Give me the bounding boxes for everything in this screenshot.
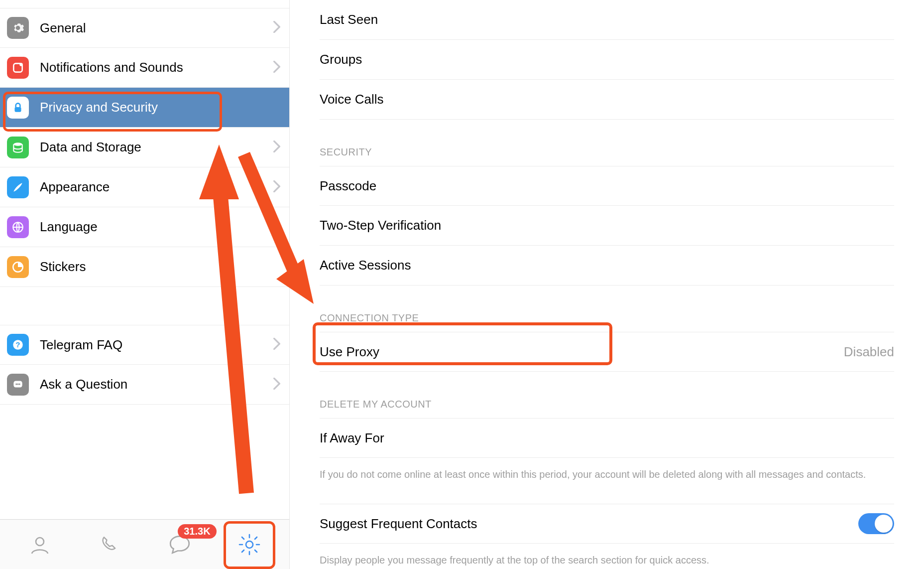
- unread-badge: 31.3K: [178, 524, 216, 539]
- sidebar-label: Language: [40, 219, 280, 235]
- svg-rect-2: [15, 107, 21, 112]
- sidebar-item-privacy-security[interactable]: Privacy and Security: [0, 88, 289, 128]
- content-panel: Last Seen Groups Voice Calls SECURITY Pa…: [290, 0, 924, 569]
- sidebar-item-notifications[interactable]: Notifications and Sounds: [0, 48, 289, 88]
- globe-icon: [7, 216, 29, 238]
- sidebar-item-ask-question[interactable]: Ask a Question: [0, 365, 289, 405]
- delete-description: If you do not come online at least once …: [320, 467, 892, 482]
- gear-icon: [7, 17, 29, 39]
- row-last-seen[interactable]: Last Seen: [320, 0, 894, 40]
- tab-chats[interactable]: 31.3K: [160, 527, 200, 562]
- chevron-right-icon: [273, 61, 280, 75]
- section-header-connection: CONNECTION TYPE: [320, 312, 894, 324]
- app-root: General Notifications and Sounds Privacy…: [0, 0, 924, 569]
- sidebar-list: General Notifications and Sounds Privacy…: [0, 0, 289, 519]
- chevron-right-icon: [273, 21, 280, 35]
- sidebar-label: Notifications and Sounds: [40, 60, 273, 75]
- row-label: Suggest Frequent Contacts: [320, 516, 858, 532]
- row-label: Voice Calls: [320, 92, 894, 107]
- sticker-icon: [7, 256, 29, 278]
- tab-calls[interactable]: [90, 527, 129, 562]
- sidebar-item-language[interactable]: Language: [0, 207, 289, 247]
- row-two-step-verification[interactable]: Two-Step Verification: [320, 206, 894, 246]
- chevron-right-icon: [273, 141, 280, 154]
- row-value: Disabled: [844, 344, 894, 360]
- row-use-proxy[interactable]: Use Proxy Disabled: [320, 332, 894, 372]
- row-label: Two-Step Verification: [320, 218, 894, 233]
- sidebar-item-stickers[interactable]: Stickers: [0, 247, 289, 287]
- svg-point-1: [19, 63, 23, 66]
- sidebar-label: General: [40, 20, 273, 36]
- bottom-tabbar: 31.3K: [0, 519, 289, 569]
- tab-contacts[interactable]: [20, 527, 60, 562]
- row-voice-calls[interactable]: Voice Calls: [320, 80, 894, 120]
- row-label: Passcode: [320, 178, 894, 194]
- sidebar-label: Appearance: [40, 179, 273, 195]
- row-active-sessions[interactable]: Active Sessions: [320, 246, 894, 285]
- sidebar-label: Telegram FAQ: [40, 337, 273, 353]
- row-passcode[interactable]: Passcode: [320, 166, 894, 206]
- sidebar-item-general[interactable]: General: [0, 8, 289, 48]
- sidebar-spacer: [0, 287, 289, 317]
- sidebar-label: Stickers: [40, 259, 280, 275]
- row-label: Use Proxy: [320, 344, 844, 360]
- sidebar-item-data-storage[interactable]: Data and Storage: [0, 128, 289, 167]
- sidebar-label: Data and Storage: [40, 140, 273, 155]
- row-label: Active Sessions: [320, 258, 894, 273]
- svg-point-3: [13, 142, 22, 146]
- toggle-knob: [875, 515, 893, 533]
- chevron-right-icon: [273, 180, 280, 194]
- row-label: Last Seen: [320, 12, 894, 27]
- database-icon: [7, 137, 29, 158]
- row-suggest-contacts[interactable]: Suggest Frequent Contacts: [320, 504, 894, 544]
- lock-icon: [7, 97, 29, 119]
- svg-point-13: [246, 541, 253, 548]
- row-label: If Away For: [320, 430, 894, 446]
- chevron-right-icon: [273, 338, 280, 352]
- section-header-security: SECURITY: [320, 146, 894, 158]
- sidebar-item-appearance[interactable]: Appearance: [0, 167, 289, 207]
- help-icon: ?: [7, 334, 29, 356]
- chevron-right-icon: [273, 378, 280, 392]
- svg-text:?: ?: [15, 340, 20, 349]
- row-groups[interactable]: Groups: [320, 40, 894, 80]
- svg-point-9: [15, 383, 17, 385]
- settings-sidebar: General Notifications and Sounds Privacy…: [0, 0, 290, 569]
- svg-point-12: [36, 538, 44, 546]
- section-header-delete: DELETE MY ACCOUNT: [320, 399, 894, 410]
- sidebar-label: Ask a Question: [40, 377, 273, 392]
- suggest-description: Display people you message frequently at…: [320, 553, 892, 568]
- brush-icon: [7, 176, 29, 198]
- sidebar-label: Privacy and Security: [40, 100, 280, 115]
- tab-settings[interactable]: [230, 527, 269, 562]
- svg-point-10: [17, 383, 18, 385]
- row-label: Groups: [320, 52, 894, 67]
- sidebar-item-faq[interactable]: ? Telegram FAQ: [0, 325, 289, 365]
- chat-icon: [7, 374, 29, 396]
- row-if-away-for[interactable]: If Away For: [320, 418, 894, 458]
- svg-point-11: [19, 383, 20, 385]
- bell-icon: [7, 57, 29, 79]
- toggle-switch[interactable]: [858, 513, 894, 534]
